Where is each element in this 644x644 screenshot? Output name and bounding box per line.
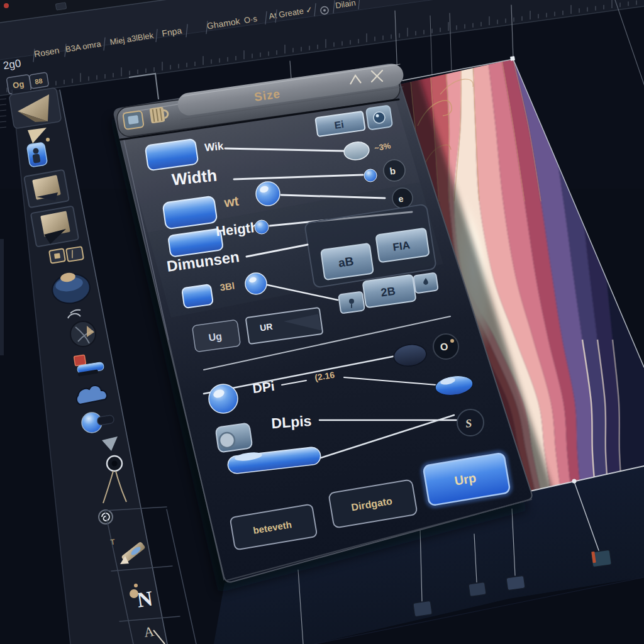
svg-text:UR: UR <box>259 321 273 333</box>
svg-text:88: 88 <box>34 77 43 86</box>
svg-text:FIA: FIA <box>392 239 411 253</box>
svg-text:Og: Og <box>12 79 25 91</box>
svg-text:DLpis: DLpis <box>271 413 313 431</box>
svg-text:Wik: Wik <box>204 140 224 153</box>
svg-text:Ug: Ug <box>208 331 222 343</box>
svg-text:3Bl: 3Bl <box>219 280 235 293</box>
svg-text:aB: aB <box>338 254 355 269</box>
svg-text:2B: 2B <box>380 285 396 299</box>
svg-text:DPi: DPi <box>252 379 275 396</box>
svg-text:Ei: Ei <box>334 119 345 131</box>
svg-text:O: O <box>440 341 449 353</box>
svg-text:wt: wt <box>223 194 240 210</box>
